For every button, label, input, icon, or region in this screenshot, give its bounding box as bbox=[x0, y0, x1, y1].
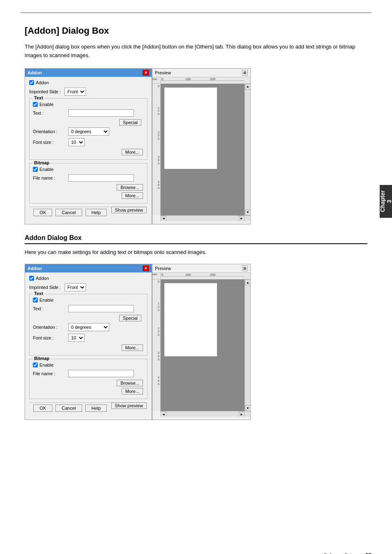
more-btn-row-bitmap-2: More... bbox=[33, 388, 144, 395]
scroll-down-btn-2[interactable]: ▼ bbox=[245, 405, 250, 411]
ruler-top-1: mm 0 100 200 bbox=[152, 77, 250, 84]
scrollbar-corner-2 bbox=[244, 411, 250, 417]
page-container: [Addon] Dialog Box The [Addon] dialog bo… bbox=[0, 12, 392, 554]
bitmap-group-title-2: Bitmap bbox=[33, 356, 51, 361]
dialog-close-btn-1[interactable]: ✕ bbox=[143, 70, 149, 76]
bitmap-enable-checkbox-2[interactable] bbox=[33, 362, 38, 367]
text-group-inner-2: Enable Text : Special Orientation : bbox=[33, 298, 144, 351]
orientation-select-1[interactable]: 0 degrees bbox=[68, 127, 109, 136]
addon-checkbox-row-1: Addon bbox=[29, 80, 148, 85]
bottom-scrollbar-2[interactable]: ◄ ► bbox=[161, 411, 250, 417]
file-name-label-2: File name : bbox=[33, 371, 66, 376]
special-button-1[interactable]: Special bbox=[119, 119, 141, 126]
text-enable-label-1: Enable bbox=[39, 102, 53, 107]
bitmap-group-inner-1: Enable File name : Browse... More... bbox=[33, 167, 144, 199]
special-button-2[interactable]: Special bbox=[119, 315, 141, 321]
preview-titlebar-1: Preview ⊠ bbox=[152, 69, 250, 77]
ok-button-1[interactable]: OK bbox=[33, 209, 52, 216]
content-area: [Addon] Dialog Box The [Addon] dialog bo… bbox=[0, 13, 392, 438]
cancel-button-2[interactable]: Cancel bbox=[55, 404, 82, 412]
preview-panel-2: Preview ⊠ mm 0 100 200 bbox=[152, 264, 251, 420]
font-size-select-2[interactable]: 10 bbox=[68, 334, 85, 342]
ruler-top-scroll-space-1 bbox=[244, 77, 250, 83]
imprinted-side-row-1: Imprinted Side : Front bbox=[29, 88, 148, 96]
help-button-1[interactable]: Help bbox=[85, 209, 107, 216]
scroll-right-btn-2[interactable]: ► bbox=[239, 411, 244, 417]
bitmap-enable-label-2: Enable bbox=[39, 362, 53, 367]
section-heading: Addon Dialog Box bbox=[25, 234, 367, 244]
first-dialog-preview-row: Addon ✕ Addon Imprinted Side : Front bbox=[25, 68, 367, 224]
dialog-titlebar-1: Addon ✕ bbox=[25, 69, 152, 77]
scroll-right-btn-1[interactable]: ► bbox=[239, 216, 244, 221]
file-name-input-1[interactable] bbox=[68, 174, 134, 182]
dialog-body-1: Addon Imprinted Side : Front Text bbox=[25, 77, 152, 221]
scroll-left-btn-2[interactable]: ◄ bbox=[161, 411, 166, 417]
dialog-close-btn-2[interactable]: ✕ bbox=[143, 265, 149, 271]
bitmap-enable-row-1: Enable bbox=[33, 167, 144, 172]
font-size-label-1: Font size : bbox=[33, 140, 66, 145]
page-footer: Software Setup 85 bbox=[0, 552, 392, 554]
scroll-track-bottom-1 bbox=[166, 216, 239, 221]
scroll-track-bottom-2 bbox=[166, 411, 239, 417]
addon-checkbox-1[interactable] bbox=[29, 80, 34, 85]
more-button-text-1[interactable]: More... bbox=[122, 149, 143, 155]
preview-titlebar-2: Preview ⊠ bbox=[152, 264, 250, 273]
dialog-titlebar-2: Addon ✕ bbox=[25, 264, 152, 272]
bitmap-enable-checkbox-1[interactable] bbox=[33, 167, 38, 172]
imprinted-side-select-2[interactable]: Front bbox=[65, 283, 86, 291]
ruler-corner-2: mm bbox=[152, 273, 161, 279]
text-enable-checkbox-2[interactable] bbox=[33, 298, 38, 302]
bitmap-group-1: Bitmap Enable File name : Brow bbox=[29, 163, 148, 203]
preview-close-btn-2[interactable]: ⊠ bbox=[242, 265, 248, 271]
addon-checkbox-label-2: Addon bbox=[36, 276, 49, 281]
ruler-top-scroll-space-2 bbox=[244, 273, 250, 279]
more-button-bitmap-2[interactable]: More... bbox=[122, 388, 143, 395]
browse-button-2[interactable]: Browse... bbox=[117, 380, 143, 386]
text-enable-row-1: Enable bbox=[33, 102, 144, 107]
font-size-row-1: Font size : 10 bbox=[33, 138, 144, 146]
text-group-title-2: Text bbox=[33, 291, 44, 296]
addon-dialog-2: Addon ✕ Addon Imprinted Side : Front bbox=[25, 264, 152, 420]
scroll-up-btn-2[interactable]: ▲ bbox=[245, 279, 250, 285]
preview-close-btn-1[interactable]: ⊠ bbox=[242, 70, 248, 76]
show-preview-button-1[interactable]: Show preview bbox=[111, 207, 147, 213]
browse-button-1[interactable]: Browse... bbox=[117, 184, 143, 191]
dialog-footer-2: OK Cancel Help bbox=[29, 402, 111, 414]
special-btn-row-2: Special bbox=[33, 315, 144, 321]
help-button-2[interactable]: Help bbox=[85, 404, 107, 412]
addon-checkbox-label-1: Addon bbox=[36, 80, 49, 85]
text-enable-checkbox-1[interactable] bbox=[33, 102, 38, 107]
text-input-2[interactable] bbox=[68, 305, 134, 312]
ruler-top-marks-1: 0 100 200 bbox=[161, 77, 244, 83]
file-name-input-2[interactable] bbox=[68, 370, 134, 377]
font-size-label-2: Font size : bbox=[33, 335, 66, 340]
addon-checkbox-2[interactable] bbox=[29, 276, 34, 281]
text-input-1[interactable] bbox=[68, 109, 134, 117]
right-scrollbar-2[interactable]: ▲ ▼ bbox=[244, 279, 250, 411]
scroll-down-btn-1[interactable]: ▼ bbox=[245, 210, 250, 215]
bitmap-enable-row-2: Enable bbox=[33, 362, 144, 367]
orientation-label-2: Orientation : bbox=[33, 325, 66, 330]
scroll-track-right-2 bbox=[245, 285, 250, 405]
browse-btn-row-1: Browse... bbox=[33, 184, 144, 191]
scroll-up-btn-1[interactable]: ▲ bbox=[245, 84, 250, 90]
font-size-select-1[interactable]: 10 bbox=[68, 138, 85, 146]
preview-panel-1: Preview ⊠ mm 0 100 200 bbox=[152, 68, 251, 224]
right-scrollbar-1[interactable]: ▲ ▼ bbox=[244, 84, 250, 215]
show-preview-button-2[interactable]: Show preview bbox=[111, 402, 147, 409]
orientation-select-2[interactable]: 0 degrees bbox=[68, 323, 109, 331]
more-btn-row-text-1: More... bbox=[33, 149, 144, 155]
cancel-button-1[interactable]: Cancel bbox=[55, 209, 82, 216]
bottom-scrollbar-1[interactable]: ◄ ► bbox=[161, 215, 250, 221]
preview-title-1: Preview bbox=[155, 70, 171, 75]
scroll-left-btn-1[interactable]: ◄ bbox=[161, 216, 166, 221]
more-button-text-2[interactable]: More... bbox=[122, 344, 143, 351]
imprinted-side-select-1[interactable]: Front bbox=[65, 88, 86, 96]
chapter-label: Chapter 3 bbox=[379, 189, 392, 214]
more-button-bitmap-1[interactable]: More... bbox=[122, 192, 143, 199]
file-name-row-2: File name : bbox=[33, 370, 144, 377]
ok-button-2[interactable]: OK bbox=[33, 404, 52, 412]
imprinted-side-row-2: Imprinted Side : Front bbox=[29, 283, 148, 291]
text-group-inner-1: Enable Text : Special Orientation : bbox=[33, 102, 144, 155]
text-enable-label-2: Enable bbox=[39, 298, 53, 302]
